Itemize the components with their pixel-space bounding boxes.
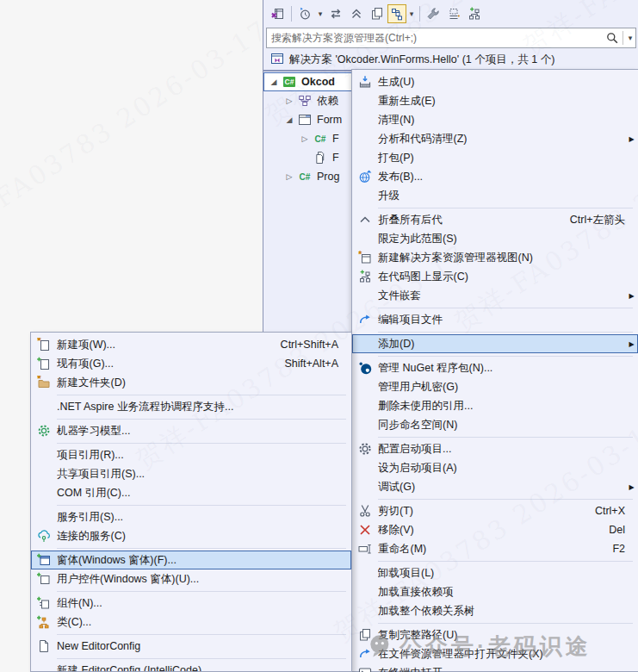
search-divider: [623, 31, 623, 45]
menu-item[interactable]: 删除未使用的引用...: [352, 396, 638, 415]
menu-item-shortcut: Ctrl+左箭头: [554, 213, 625, 227]
caret-down-icon[interactable]: ▾: [406, 9, 417, 18]
menu-separator: [378, 499, 633, 500]
menu-item[interactable]: 加载整个依赖关系树: [352, 601, 638, 620]
menu-item[interactable]: 升级: [352, 186, 638, 205]
menu-item[interactable]: 类(C)...: [31, 613, 351, 632]
history-clock-icon: [298, 7, 312, 21]
winform-icon: [37, 553, 51, 567]
menu-item[interactable]: .NET Aspire 业务流程协调程序支持...: [31, 397, 351, 416]
menu-item[interactable]: 管理用户机密(G): [352, 377, 638, 396]
menu-item[interactable]: 编辑项目文件: [352, 310, 638, 329]
menu-item[interactable]: *新建解决方案资源管理器视图(N): [352, 248, 638, 267]
solution-row[interactable]: 解决方案 'Okcoder.WinForms.Hello' (1 个项目，共 1…: [263, 48, 638, 69]
menu-item[interactable]: 组件(N)...: [31, 594, 351, 613]
menu-item[interactable]: 配置启动项目...: [352, 439, 638, 458]
menu-item[interactable]: 加载直接依赖项: [352, 582, 638, 601]
show-all-files-icon[interactable]: [443, 4, 464, 23]
sync-active-document-icon[interactable]: [387, 4, 406, 23]
menu-item[interactable]: 设为启动项目(A): [352, 458, 638, 477]
menu-item[interactable]: 调试(G)▶: [352, 477, 638, 496]
menu-item-label: 新建 EditorConfig (IntelliCode): [57, 663, 338, 672]
expander-icon[interactable]: ▷: [282, 172, 296, 181]
expander-icon[interactable]: ▷: [282, 96, 296, 105]
menu-item-label: 现有项(G)...: [57, 357, 269, 371]
menu-separator: [378, 437, 633, 438]
open-folder-icon: [358, 647, 372, 661]
collapse-chevron-icon: [358, 213, 372, 227]
menu-item[interactable]: 窗体(Windows 窗体)(F)...: [31, 551, 351, 569]
menu-item[interactable]: 连接的服务(C): [31, 526, 351, 545]
menu-item[interactable]: 卸载项目(L): [352, 563, 638, 582]
menu-item-label: 配置启动项目...: [378, 442, 625, 457]
menu-separator: [57, 658, 346, 659]
menu-item-label: 限定为此范围(S): [378, 232, 625, 246]
menu-item[interactable]: *新建项(W)...Ctrl+Shift+A: [31, 335, 351, 354]
menu-item-shortcut: Ctrl+Shift+A: [265, 339, 338, 351]
menu-separator: [57, 419, 346, 420]
new-view-icon: *: [358, 251, 372, 264]
caret-down-icon[interactable]: ▾: [315, 9, 325, 18]
nuget-icon: [358, 361, 372, 375]
menu-item[interactable]: 发布(B)...: [352, 167, 638, 186]
solution-icon: [270, 52, 284, 65]
menu-item[interactable]: 分析和代码清理(Z)▶: [352, 129, 638, 148]
menu-item[interactable]: 重新生成(E): [352, 91, 638, 110]
history-clock-icon[interactable]: [294, 4, 315, 23]
menu-item[interactable]: 项目引用(R)...: [31, 445, 351, 464]
add-node-icon[interactable]: [464, 4, 485, 23]
search-input[interactable]: [267, 32, 604, 44]
menu-item[interactable]: 剪切(T)Ctrl+X: [352, 501, 638, 520]
menu-separator: [378, 356, 633, 357]
build-icon: [358, 75, 372, 89]
menu-item[interactable]: 在终端中打开: [352, 663, 638, 672]
menu-item[interactable]: 添加(D)▶: [352, 334, 638, 353]
copy-preview-icon[interactable]: [367, 4, 387, 23]
csharp-project-icon: C#: [283, 77, 296, 87]
menu-item[interactable]: 生成(U): [352, 72, 638, 91]
expander-icon[interactable]: ▷: [298, 134, 312, 143]
menu-item[interactable]: 管理 NuGet 程序包(N)...: [352, 358, 638, 377]
menu-item[interactable]: 清理(N): [352, 110, 638, 129]
menu-item[interactable]: 打包(P): [352, 148, 638, 167]
collapse-all-icon[interactable]: [346, 4, 367, 23]
menu-item[interactable]: 复制完整路径(U): [352, 625, 638, 644]
menu-item[interactable]: 新建 EditorConfig (IntelliCode): [31, 661, 351, 672]
menu-item[interactable]: 同步命名空间(N): [352, 415, 638, 434]
menu-item[interactable]: 机器学习模型...: [31, 421, 351, 440]
form-icon: [298, 113, 312, 127]
menu-item-shortcut: Shift+Alt+A: [269, 358, 338, 370]
menu-item[interactable]: 现有项(G)...Shift+Alt+A: [31, 354, 351, 373]
menu-item[interactable]: 限定为此范围(S): [352, 229, 638, 248]
menu-item-shortcut: Del: [593, 524, 625, 536]
search-icon[interactable]: [604, 28, 621, 47]
search-box: ▾: [266, 28, 636, 48]
menu-separator: [57, 395, 346, 395]
menu-item[interactable]: 折叠所有后代Ctrl+左箭头: [352, 210, 638, 229]
swap-arrows-icon[interactable]: [325, 4, 346, 23]
menu-item-label: 分析和代码清理(Z): [378, 132, 625, 146]
menu-separator: [57, 634, 346, 635]
expander-icon[interactable]: ◢: [267, 78, 281, 86]
expander-icon[interactable]: ◢: [282, 115, 296, 124]
vs-window-icon[interactable]: [268, 4, 288, 23]
code-map-icon: [358, 270, 372, 283]
menu-item[interactable]: 服务引用(S)...: [31, 507, 351, 526]
wrench-icon[interactable]: [423, 4, 443, 23]
menu-item[interactable]: 共享项目引用(S)...: [31, 464, 351, 483]
menu-item[interactable]: 重命名(M)F2: [352, 539, 638, 558]
menu-item[interactable]: COM 引用(C)...: [31, 483, 351, 502]
menu-item[interactable]: New EditorConfig: [31, 637, 351, 656]
search-caret-down-icon[interactable]: ▾: [625, 34, 635, 42]
user-control-icon: [37, 572, 51, 586]
publish-icon: [358, 170, 372, 184]
submenu-arrow-icon: ▶: [625, 292, 638, 300]
menu-item[interactable]: 用户控件(Windows 窗体)(U)...: [31, 569, 351, 588]
toolbar-separator: [419, 6, 420, 22]
menu-item[interactable]: 在文件资源管理器中打开文件夹(X): [352, 644, 638, 663]
menu-item[interactable]: 在代码图上显示(C): [352, 267, 638, 286]
menu-item[interactable]: 移除(V)Del: [352, 520, 638, 539]
submenu-arrow-icon: ▶: [625, 340, 638, 348]
menu-item[interactable]: 文件嵌套▶: [352, 286, 638, 305]
menu-item[interactable]: *新建文件夹(D): [31, 373, 351, 392]
